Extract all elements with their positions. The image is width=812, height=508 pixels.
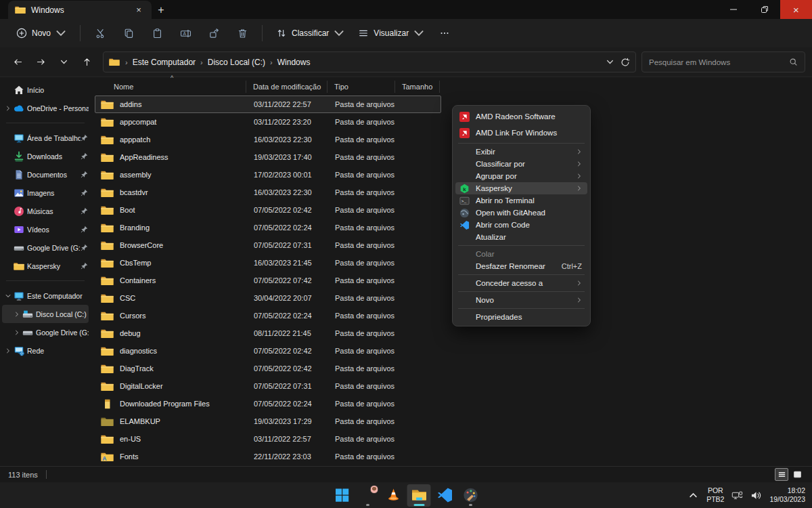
menu-item-atualizar[interactable]: Atualizar bbox=[455, 231, 587, 243]
sidebar-item-kaspersky[interactable]: Kaspersky bbox=[2, 257, 89, 275]
file-row-browsercore[interactable]: BrowserCore07/05/2022 07:31Pasta de arqu… bbox=[95, 236, 441, 254]
expander-spacer bbox=[5, 190, 13, 196]
file-row-addins[interactable]: addins03/11/2022 22:57Pasta de arquivos bbox=[95, 96, 441, 113]
copy-button[interactable] bbox=[116, 22, 141, 44]
file-row-apppatch[interactable]: apppatch16/03/2023 22:30Pasta de arquivo… bbox=[95, 131, 441, 148]
taskbar-chrome-button[interactable] bbox=[356, 484, 380, 507]
file-row-containers[interactable]: Containers07/05/2022 07:42Pasta de arqui… bbox=[95, 272, 441, 289]
file-row-csc[interactable]: CSC30/04/2022 20:07Pasta de arquivos bbox=[95, 289, 441, 307]
language-indicator[interactable]: POR PTB2 bbox=[706, 486, 724, 503]
share-button[interactable] bbox=[201, 22, 227, 44]
menu-item-classificar-por[interactable]: Classificar por bbox=[455, 158, 587, 170]
sidebar-item-m-sicas[interactable]: Músicas bbox=[2, 202, 89, 220]
back-button[interactable] bbox=[7, 52, 28, 72]
close-button[interactable]: × bbox=[780, 0, 812, 19]
taskbar-file-explorer-button[interactable] bbox=[407, 484, 431, 507]
video-icon bbox=[14, 224, 24, 235]
file-row-appcompat[interactable]: appcompat03/11/2022 23:20Pasta de arquiv… bbox=[95, 113, 441, 131]
minimize-button[interactable] bbox=[718, 0, 749, 19]
speaker-icon[interactable] bbox=[750, 490, 762, 501]
recent-locations-button[interactable] bbox=[53, 52, 74, 72]
taskbar-paint-button[interactable] bbox=[459, 484, 482, 507]
menu-item-novo[interactable]: Novo bbox=[455, 294, 587, 306]
chevron-right-icon[interactable] bbox=[5, 347, 13, 354]
file-row-diagnostics[interactable]: diagnostics07/05/2022 02:42Pasta de arqu… bbox=[95, 342, 441, 360]
view-button[interactable]: Visualizar bbox=[351, 24, 431, 43]
column-header-data[interactable]: Data de modificação bbox=[246, 81, 328, 93]
search-input[interactable]: Pesquisar em Windows bbox=[641, 51, 805, 72]
sidebar-item-imagens[interactable]: Imagens bbox=[2, 184, 89, 202]
menu-item-abrir-no-terminal[interactable]: >_Abrir no Terminal bbox=[455, 194, 587, 207]
new-tab-button[interactable]: + bbox=[152, 1, 171, 19]
forward-button[interactable] bbox=[30, 52, 51, 72]
details-view-button[interactable] bbox=[775, 468, 788, 481]
file-row-assembly[interactable]: assembly17/02/2023 00:01Pasta de arquivo… bbox=[95, 166, 441, 184]
rename-button[interactable]: A bbox=[173, 22, 198, 44]
file-row-digitallocker[interactable]: DigitalLocker07/05/2022 07:31Pasta de ar… bbox=[95, 377, 441, 395]
taskbar-vlc-button[interactable] bbox=[382, 484, 405, 507]
more-options-button[interactable] bbox=[431, 24, 458, 43]
breadcrumb-este-computador[interactable]: Este Computador bbox=[129, 56, 199, 69]
chevron-right-icon[interactable] bbox=[5, 105, 13, 112]
breadcrumb-bar[interactable]: ›Este Computador›Disco Local (C:)›Window… bbox=[103, 51, 636, 72]
taskbar-start-button[interactable] bbox=[330, 484, 354, 507]
cut-button[interactable] bbox=[87, 22, 113, 44]
file-row-downloaded-program-files[interactable]: Downloaded Program Files07/05/2022 02:24… bbox=[95, 395, 441, 412]
file-row-en-us[interactable]: en-US03/11/2022 22:57Pasta de arquivos bbox=[95, 430, 441, 448]
menu-item-abrir-com-code[interactable]: Abrir com Code bbox=[455, 219, 587, 231]
taskbar-vscode-button[interactable] bbox=[433, 484, 457, 507]
chevron-right-icon[interactable] bbox=[14, 329, 22, 336]
tray-chevron-up-icon[interactable] bbox=[687, 490, 699, 501]
breadcrumb-disco-local-c[interactable]: Disco Local (C:) bbox=[204, 56, 269, 69]
menu-item-open-with-gitahead[interactable]: Open with GitAhead bbox=[455, 207, 587, 219]
file-row-boot[interactable]: Boot07/05/2022 02:42Pasta de arquivos bbox=[95, 201, 441, 219]
clock[interactable]: 18:02 19/03/2023 bbox=[769, 486, 805, 504]
file-row-debug[interactable]: debug08/11/2022 21:45Pasta de arquivos bbox=[95, 324, 441, 342]
chevron-right-icon[interactable] bbox=[14, 311, 22, 318]
menu-item-amd-link-for-windows[interactable]: AMD Link For Windows bbox=[455, 125, 587, 141]
sidebar-item-onedrive-persona[interactable]: OneDrive - Persona bbox=[2, 99, 89, 117]
file-row-bcastdvr[interactable]: bcastdvr16/03/2023 22:30Pasta de arquivo… bbox=[95, 184, 441, 201]
sidebar-item-google-drive-g[interactable]: Google Drive (G:) bbox=[2, 323, 89, 341]
sidebar-item-v-deos[interactable]: Vídeos bbox=[2, 220, 89, 238]
file-row-fonts[interactable]: AFonts22/11/2022 23:03Pasta de arquivos bbox=[95, 448, 441, 465]
menu-item-kaspersky[interactable]: kKaspersky bbox=[455, 182, 587, 194]
column-header-tipo[interactable]: Tipo bbox=[328, 81, 395, 93]
menu-item-conceder-acesso-a[interactable]: Conceder acesso a bbox=[455, 277, 587, 289]
file-row-branding[interactable]: Branding07/05/2022 02:24Pasta de arquivo… bbox=[95, 219, 441, 236]
sidebar-item-google-drive-g[interactable]: Google Drive (G: bbox=[2, 238, 89, 257]
column-header-tamanho[interactable]: Tamanho bbox=[395, 81, 440, 93]
menu-item-desfazer-renomear[interactable]: Desfazer RenomearCtrl+Z bbox=[455, 260, 587, 272]
file-row-appreadiness[interactable]: AppReadiness19/03/2023 17:40Pasta de arq… bbox=[95, 148, 441, 166]
sidebar-item-documentos[interactable]: Documentos bbox=[2, 165, 89, 184]
chevron-down-icon[interactable] bbox=[5, 293, 13, 299]
refresh-icon[interactable] bbox=[621, 58, 630, 67]
sidebar-item-disco-local-c[interactable]: Disco Local (C:) bbox=[2, 305, 89, 323]
new-button[interactable]: Novo bbox=[9, 24, 73, 43]
network-icon[interactable] bbox=[731, 490, 743, 501]
chevron-down-icon[interactable] bbox=[606, 58, 614, 66]
menu-item-agrupar-por[interactable]: Agrupar por bbox=[455, 170, 587, 182]
file-row-cursors[interactable]: Cursors07/05/2022 02:24Pasta de arquivos bbox=[95, 307, 441, 324]
column-header-nome[interactable]: Nome ^ bbox=[95, 81, 246, 93]
menu-item-propriedades[interactable]: Propriedades bbox=[455, 311, 587, 323]
restore-button[interactable] bbox=[749, 0, 780, 19]
sidebar-item-este-computador[interactable]: Este Computador bbox=[2, 287, 89, 305]
sidebar-item-in-cio[interactable]: Início bbox=[2, 81, 89, 99]
menu-item-amd-radeon-software[interactable]: AMD Radeon Software bbox=[455, 108, 587, 125]
file-row-diagtrack[interactable]: DiagTrack07/05/2022 02:42Pasta de arquiv… bbox=[95, 360, 441, 377]
explorer-tab[interactable]: Windows × bbox=[8, 1, 152, 19]
file-row-elambkup[interactable]: ELAMBKUP19/03/2023 17:29Pasta de arquivo… bbox=[95, 412, 441, 430]
large-icons-view-button[interactable] bbox=[790, 468, 804, 481]
breadcrumb-windows[interactable]: Windows bbox=[274, 56, 314, 69]
up-button[interactable] bbox=[76, 52, 97, 72]
sidebar-item-rea-de-trabalho[interactable]: Área de Trabalho bbox=[2, 129, 89, 147]
menu-item-exibir[interactable]: Exibir bbox=[455, 146, 587, 158]
tab-close-icon[interactable]: × bbox=[133, 5, 145, 15]
sidebar-item-rede[interactable]: Rede bbox=[2, 341, 89, 360]
sort-button[interactable]: Classificar bbox=[269, 24, 351, 43]
delete-button[interactable] bbox=[229, 22, 255, 44]
sidebar-item-downloads[interactable]: Downloads bbox=[2, 147, 89, 165]
paste-button[interactable] bbox=[144, 22, 170, 44]
file-row-cbstemp[interactable]: CbsTemp16/03/2023 21:45Pasta de arquivos bbox=[95, 254, 441, 272]
